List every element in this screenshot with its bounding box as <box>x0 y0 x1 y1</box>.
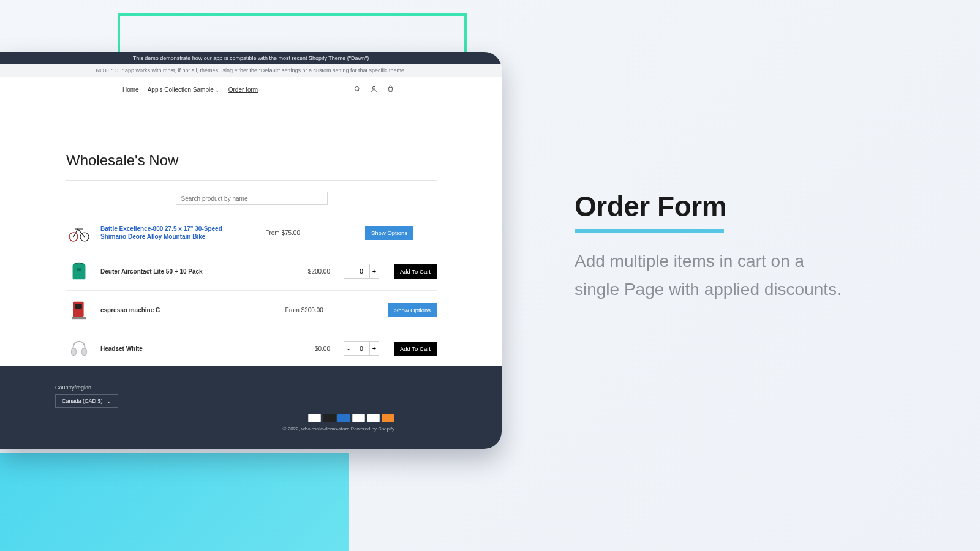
marketing-panel: Order Form Add multiple items in cart on… <box>575 190 844 304</box>
visa-icon <box>308 414 321 422</box>
account-icon[interactable] <box>370 85 378 94</box>
product-row: Headset White $0.00 - + Add To Cart <box>66 329 437 367</box>
heading-underline <box>575 229 724 233</box>
nav-collection-label: App's Collection Sample <box>148 86 214 93</box>
nav-home[interactable]: Home <box>123 86 139 93</box>
product-thumbnail <box>66 220 92 246</box>
product-row: Deuter Aircontact Lite 50 + 10 Pack $200… <box>66 252 437 291</box>
diners-icon <box>367 414 380 422</box>
marketing-body: Add multiple items in cart on a single P… <box>575 247 844 304</box>
svg-rect-8 <box>72 317 86 319</box>
svg-point-2 <box>372 86 375 89</box>
qty-decrease-button[interactable]: - <box>344 264 353 279</box>
cart-icon[interactable] <box>386 85 394 94</box>
product-thumbnail <box>66 297 92 323</box>
discover-icon <box>382 414 394 422</box>
product-price: $200.00 <box>280 268 330 275</box>
tablet-frame: This demo demonstrate how our app is com… <box>0 52 502 449</box>
store-footer: Country/region Canada (CAD $) ⌄ © 2022, … <box>0 366 502 449</box>
divider <box>66 180 437 181</box>
svg-rect-11 <box>82 348 87 355</box>
quantity-stepper: - + <box>344 341 379 356</box>
payment-badges <box>308 414 394 422</box>
add-to-cart-button[interactable]: Add To Cart <box>394 264 437 279</box>
product-thumbnail <box>66 335 92 361</box>
mastercard-icon <box>323 414 336 422</box>
banner-light: NOTE: Our app works with most, if not al… <box>0 64 502 77</box>
product-name: Deuter Aircontact Lite 50 + 10 Pack <box>100 268 271 275</box>
qty-increase-button[interactable]: + <box>369 264 379 279</box>
product-row: Battle Excellence-800 27.5 x 17" 30-Spee… <box>66 214 437 252</box>
product-row: espresso machine C From $200.00 Show Opt… <box>66 291 437 329</box>
chevron-down-icon: ⌄ <box>215 87 220 93</box>
svg-rect-9 <box>75 304 81 309</box>
banner-dark: This demo demonstrate how our app is com… <box>0 52 502 64</box>
search-icon[interactable] <box>353 85 361 94</box>
amex-icon <box>337 414 350 422</box>
svg-point-0 <box>355 86 359 91</box>
qty-input[interactable] <box>353 264 369 279</box>
product-thumbnail <box>66 258 92 284</box>
decor-cyan-block <box>0 453 349 551</box>
product-name: Headset White <box>100 345 271 352</box>
show-options-button[interactable]: Show Options <box>388 303 437 317</box>
svg-rect-7 <box>74 302 84 317</box>
qty-input[interactable] <box>353 341 369 356</box>
paypal-icon <box>352 414 365 422</box>
product-price: $0.00 <box>280 345 330 352</box>
product-name: espresso machine C <box>100 307 265 313</box>
country-region-value: Canada (CAD $) <box>62 398 103 404</box>
show-options-button[interactable]: Show Options <box>365 226 413 240</box>
page-content: Wholesale's Now Battle Excellence-800 27… <box>0 103 502 386</box>
svg-line-1 <box>358 90 360 92</box>
add-to-cart-button[interactable]: Add To Cart <box>394 342 437 356</box>
nav-order-form[interactable]: Order form <box>228 86 258 93</box>
qty-decrease-button[interactable]: - <box>344 341 353 356</box>
product-price: From $75.00 <box>250 230 300 236</box>
qty-increase-button[interactable]: + <box>369 341 379 356</box>
copyright-text: © 2022, wholesale-demo-store Powered by … <box>283 426 394 432</box>
country-region-select[interactable]: Canada (CAD $) ⌄ <box>55 394 118 408</box>
svg-rect-10 <box>72 348 77 355</box>
chevron-down-icon: ⌄ <box>107 398 111 404</box>
quantity-stepper: - + <box>344 264 379 279</box>
search-input[interactable] <box>176 192 328 205</box>
product-price: From $200.00 <box>273 307 323 313</box>
marketing-heading: Order Form <box>575 190 844 223</box>
store-nav: Home App's Collection Sample⌄ Order form <box>0 77 502 103</box>
svg-rect-6 <box>77 268 81 271</box>
nav-collection-sample[interactable]: App's Collection Sample⌄ <box>148 86 220 93</box>
country-region-label: Country/region <box>55 384 447 391</box>
product-name-link[interactable]: Battle Excellence-800 27.5 x 17" 30-Spee… <box>100 225 241 241</box>
page-title: Wholesale's Now <box>66 152 437 169</box>
